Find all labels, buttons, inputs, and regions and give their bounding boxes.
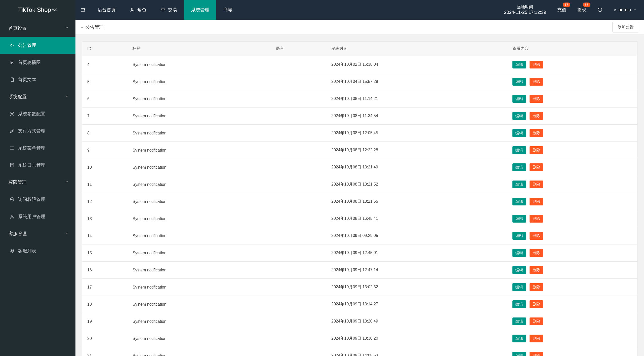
sidebar-toggle-button[interactable]: [75, 0, 91, 20]
edit-button[interactable]: 编辑: [512, 283, 526, 291]
svg-point-3: [11, 62, 12, 63]
sidebar-item[interactable]: 公告管理: [0, 37, 75, 54]
sidebar-item[interactable]: 客服列表: [0, 242, 75, 259]
announce-table-panel: ID 标题 语言 发表时间 查看内容 4System notification2…: [82, 41, 637, 356]
withdraw-count-badge: 65: [583, 3, 590, 7]
sidebar-group-title[interactable]: 系统配置: [0, 88, 75, 105]
cell-actions: 编辑删除: [507, 108, 637, 125]
cell-id: 5: [82, 73, 128, 90]
table-row: 15System notification2024年10月09日 12:45:0…: [82, 244, 637, 262]
delete-button[interactable]: 删除: [530, 317, 543, 325]
top-nav: 后台首页角色交易系统管理商城: [91, 0, 239, 20]
breadcrumb-page: 公告管理: [86, 24, 104, 30]
breadcrumb-sep-icon: »: [80, 24, 83, 30]
add-announce-button[interactable]: 添加公告: [612, 22, 639, 32]
sidebar-item[interactable]: 首页文本: [0, 71, 75, 88]
refresh-button[interactable]: [592, 0, 608, 20]
sidebar-group-title[interactable]: 权限管理: [0, 174, 75, 191]
cell-title: System notification: [128, 73, 271, 90]
edit-button[interactable]: 编辑: [512, 112, 526, 120]
cell-actions: 编辑删除: [507, 159, 637, 176]
edit-button[interactable]: 编辑: [512, 249, 526, 257]
delete-button[interactable]: 删除: [530, 215, 543, 223]
cell-lang: [271, 90, 326, 108]
cell-time: 2024年10月08日 16:45:41: [326, 210, 507, 227]
sidebar-item-label: 系统用户管理: [18, 213, 45, 220]
edit-button[interactable]: 编辑: [512, 146, 526, 154]
delete-button[interactable]: 删除: [530, 198, 543, 205]
sidebar-item[interactable]: 首页轮播图: [0, 54, 75, 71]
cell-title: System notification: [128, 262, 271, 279]
cell-title: System notification: [128, 176, 271, 193]
delete-button[interactable]: 删除: [530, 163, 543, 171]
edit-button[interactable]: 编辑: [512, 198, 526, 205]
sidebar-group-title[interactable]: 首页设置: [0, 20, 75, 37]
sidebar-item-label: 首页轮播图: [18, 59, 41, 65]
cell-time: 2024年10月09日 14:08:53: [326, 347, 507, 356]
sidebar-item[interactable]: 系统用户管理: [0, 208, 75, 225]
cell-time: 2024年10月09日 12:47:14: [326, 262, 507, 279]
sidebar-item[interactable]: 系统日志管理: [0, 157, 75, 174]
announce-table: ID 标题 语言 发表时间 查看内容 4System notification2…: [82, 42, 637, 356]
edit-button[interactable]: 编辑: [512, 352, 526, 356]
sidebar-item[interactable]: 访问权限管理: [0, 191, 75, 208]
top-nav-item[interactable]: 角色: [123, 0, 153, 20]
user-menu[interactable]: admin: [608, 0, 644, 20]
delete-button[interactable]: 删除: [530, 232, 543, 240]
edit-button[interactable]: 编辑: [512, 317, 526, 325]
sidebar-item[interactable]: 系统参数配置: [0, 105, 75, 122]
sidebar-item-label: 客服列表: [18, 248, 36, 254]
cell-time: 2024年10月08日 13:21:49: [326, 159, 507, 176]
sidebar-group-title[interactable]: 客服管理: [0, 225, 75, 242]
delete-button[interactable]: 删除: [530, 129, 543, 137]
sidebar-item[interactable]: 支付方式管理: [0, 122, 75, 139]
delete-button[interactable]: 删除: [530, 61, 543, 68]
cell-title: System notification: [128, 227, 271, 244]
cell-lang: [271, 176, 326, 193]
recharge-count-badge: 17: [563, 3, 570, 7]
top-nav-item[interactable]: 后台首页: [91, 0, 123, 20]
delete-button[interactable]: 删除: [530, 112, 543, 120]
delete-button[interactable]: 删除: [530, 283, 543, 291]
sidebar-item-label: 系统菜单管理: [18, 145, 45, 151]
doc-icon: [10, 77, 15, 82]
top-nav-label: 交易: [168, 7, 177, 13]
edit-button[interactable]: 编辑: [512, 266, 526, 274]
cell-lang: [271, 313, 326, 330]
delete-button[interactable]: 删除: [530, 181, 543, 188]
cell-id: 10: [82, 159, 128, 176]
delete-button[interactable]: 删除: [530, 95, 543, 103]
withdraw-link[interactable]: 提现 65: [572, 0, 592, 20]
brand-logo[interactable]: TikTok Shop V20: [0, 0, 75, 20]
image-icon: [10, 60, 15, 65]
edit-button[interactable]: 编辑: [512, 78, 526, 86]
edit-button[interactable]: 编辑: [512, 95, 526, 103]
top-nav-item[interactable]: 系统管理: [184, 0, 216, 20]
delete-button[interactable]: 删除: [530, 300, 543, 308]
header-bar: TikTok Shop V20 后台首页角色交易系统管理商城 当地时间 2024…: [0, 0, 644, 20]
users-icon: [10, 248, 15, 253]
edit-button[interactable]: 编辑: [512, 129, 526, 137]
top-nav-item[interactable]: 交易: [153, 0, 184, 20]
delete-button[interactable]: 删除: [530, 249, 543, 257]
delete-button[interactable]: 删除: [530, 335, 543, 342]
recharge-link[interactable]: 充值 17: [552, 0, 572, 20]
sidebar-item[interactable]: 系统菜单管理: [0, 139, 75, 157]
edit-button[interactable]: 编辑: [512, 181, 526, 188]
delete-button[interactable]: 删除: [530, 352, 543, 356]
edit-button[interactable]: 编辑: [512, 335, 526, 342]
edit-button[interactable]: 编辑: [512, 215, 526, 223]
delete-button[interactable]: 删除: [530, 266, 543, 274]
sidebar-item-label: 访问权限管理: [18, 196, 45, 202]
cell-lang: [271, 108, 326, 125]
edit-button[interactable]: 编辑: [512, 232, 526, 240]
sidebar-item-label: 支付方式管理: [18, 128, 45, 134]
edit-button[interactable]: 编辑: [512, 61, 526, 68]
delete-button[interactable]: 删除: [530, 78, 543, 86]
edit-button[interactable]: 编辑: [512, 300, 526, 308]
edit-button[interactable]: 编辑: [512, 163, 526, 171]
cell-title: System notification: [128, 142, 271, 159]
cell-id: 12: [82, 193, 128, 210]
delete-button[interactable]: 删除: [530, 146, 543, 154]
top-nav-item[interactable]: 商城: [216, 0, 239, 20]
